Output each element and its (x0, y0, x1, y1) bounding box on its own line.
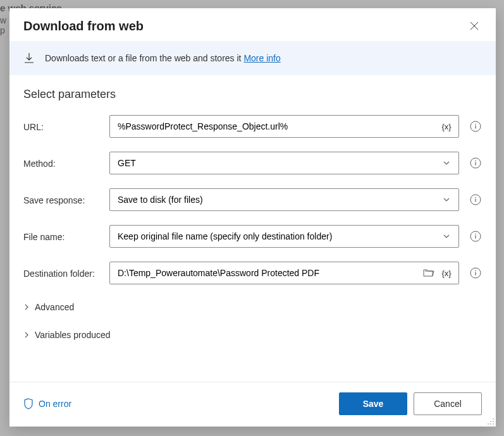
save-response-select[interactable]: Save to disk (for files) (109, 188, 459, 211)
variable-picker-button[interactable]: {x} (440, 120, 453, 133)
file-name-row: File name: Keep original file name (spec… (23, 225, 482, 248)
info-icon (470, 157, 481, 169)
dest-folder-input[interactable] (109, 262, 459, 284)
svg-rect-2 (475, 126, 476, 129)
svg-rect-11 (475, 236, 476, 239)
url-input[interactable] (109, 115, 459, 138)
close-button[interactable] (467, 18, 482, 33)
info-icon (470, 121, 481, 132)
dialog-footer: On error Save Cancel (9, 382, 496, 427)
file-name-label: File name: (23, 231, 103, 242)
chevron-down-icon (443, 196, 450, 203)
svg-point-4 (475, 160, 476, 162)
save-button[interactable]: Save (339, 392, 407, 415)
info-icon (470, 267, 481, 279)
dest-folder-row: Destination folder: {x} (23, 262, 482, 284)
section-title: Select parameters (23, 88, 482, 101)
svg-point-18 (488, 423, 489, 425)
info-icon (470, 194, 481, 205)
method-chevron (440, 157, 453, 169)
svg-rect-5 (475, 162, 476, 166)
svg-point-7 (475, 197, 476, 198)
svg-point-13 (475, 270, 476, 272)
method-help-button[interactable] (469, 157, 482, 169)
close-icon (470, 21, 479, 30)
variable-icon: {x} (441, 122, 451, 131)
variables-expander[interactable]: Variables produced (23, 326, 482, 344)
svg-point-16 (490, 421, 491, 422)
file-name-select[interactable]: Keep original file name (specify only de… (109, 225, 459, 248)
download-icon (23, 52, 35, 64)
file-name-help-button[interactable] (469, 230, 482, 243)
advanced-expander[interactable]: Advanced (23, 298, 482, 316)
method-label: Method: (23, 157, 103, 169)
info-banner: Downloads text or a file from the web an… (9, 41, 496, 75)
more-info-link[interactable]: More info (243, 53, 280, 63)
dialog-title: Download from web (23, 19, 144, 33)
shield-icon (23, 398, 34, 409)
browse-folder-button[interactable] (422, 267, 435, 279)
save-response-label: Save response: (23, 194, 103, 205)
method-select[interactable]: GET (109, 152, 459, 174)
method-row: Method: GET (23, 152, 482, 174)
save-response-chevron (440, 193, 453, 206)
footer-buttons: Save Cancel (339, 392, 482, 415)
file-name-chevron (440, 230, 453, 243)
svg-point-20 (493, 423, 494, 425)
resize-grip-icon[interactable] (487, 418, 495, 425)
on-error-label: On error (39, 399, 71, 409)
banner-text: Downloads text or a file from the web an… (45, 53, 281, 63)
svg-point-17 (493, 421, 494, 422)
save-response-help-button[interactable] (469, 193, 482, 206)
advanced-label: Advanced (35, 302, 74, 312)
folder-icon (423, 269, 434, 277)
chevron-down-icon (443, 159, 450, 167)
chevron-right-icon (23, 332, 30, 338)
svg-point-19 (490, 423, 491, 425)
dialog-body: Select parameters URL: {x} Method: GET (9, 75, 496, 382)
chevron-right-icon (23, 304, 30, 310)
url-help-button[interactable] (469, 120, 482, 133)
info-icon (470, 231, 481, 242)
download-from-web-dialog: Download from web Downloads text or a fi… (9, 8, 496, 427)
svg-point-1 (475, 124, 476, 125)
svg-point-15 (493, 418, 494, 420)
variable-icon: {x} (441, 269, 451, 278)
chevron-down-icon (443, 233, 450, 240)
save-response-row: Save response: Save to disk (for files) (23, 188, 482, 211)
dialog-header: Download from web (9, 8, 496, 41)
svg-point-10 (475, 234, 476, 235)
url-row: URL: {x} (23, 115, 482, 138)
svg-rect-8 (475, 199, 476, 202)
dest-folder-label: Destination folder: (23, 267, 103, 279)
url-label: URL: (23, 121, 103, 132)
svg-rect-14 (475, 272, 476, 276)
variable-picker-button[interactable]: {x} (440, 267, 453, 279)
cancel-button[interactable]: Cancel (414, 392, 482, 415)
on-error-button[interactable]: On error (23, 398, 71, 409)
variables-label: Variables produced (35, 330, 111, 340)
dest-folder-help-button[interactable] (469, 267, 482, 279)
